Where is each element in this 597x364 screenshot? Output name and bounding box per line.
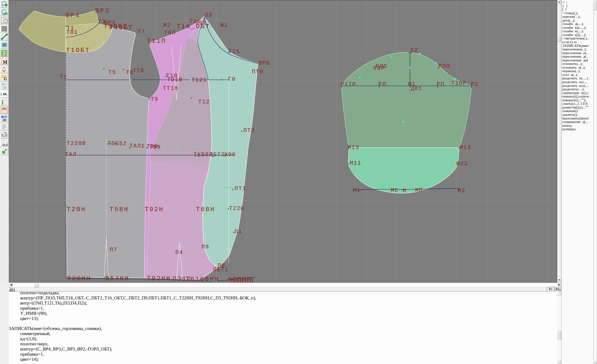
svg-text:33: 33 <box>205 12 212 18</box>
svg-text:Т20НН: Т20НН <box>67 275 91 282</box>
svg-text:Т121: Т121 <box>191 77 207 83</box>
svg-text:Т8Р: Т8Р <box>373 65 385 71</box>
svg-text:Т11П: Т11П <box>147 38 166 45</box>
svg-text:ТАЛ1: ТАЛ1 <box>129 143 145 149</box>
svg-text:Т1: Т1 <box>60 74 67 80</box>
svg-text:Р1ТР: Р1ТР <box>341 81 356 87</box>
svg-text:Т92Н: Т92Н <box>145 206 164 213</box>
svg-text:М: М <box>403 188 407 194</box>
svg-text:Т20Н: Т20Н <box>67 206 86 213</box>
svg-text:Т5ВН: Т5ВН <box>110 206 129 213</box>
svg-text:Т01: Т01 <box>66 29 78 35</box>
svg-text:Т6160НН: Т6160НН <box>186 276 220 283</box>
svg-text:ТТ8: ТТ8 <box>133 68 144 74</box>
svg-text:Т5Б52: Т5Б52 <box>108 141 127 147</box>
svg-text:ВР4: ВР4 <box>66 12 80 19</box>
svg-text:ПТ1: ПТ1 <box>235 185 246 192</box>
svg-text:i_66.: i_66. <box>1 92 8 96</box>
svg-text:М2: М2 <box>458 188 465 194</box>
svg-text:П7: П7 <box>110 247 117 253</box>
svg-text:ПБТ2: ПБТ2 <box>209 151 225 158</box>
svg-text:П4: П4 <box>175 249 183 256</box>
svg-text:Т92НН: Т92НН <box>147 275 171 282</box>
svg-text:ТТ10: ТТ10 <box>163 85 178 91</box>
svg-text:Т6П: Т6П <box>164 30 176 36</box>
svg-text:ПТ0: ПТ0 <box>252 69 264 75</box>
svg-text:Т15: Т15 <box>228 48 240 55</box>
svg-text:7 8: 7 8 <box>2 86 6 89</box>
svg-text:ТО10: ТО10 <box>167 77 183 83</box>
svg-text:Т220В: Т220В <box>67 140 86 147</box>
svg-text:М22: М22 <box>456 160 468 167</box>
svg-text:Т6ВН: Т6ВН <box>196 206 215 213</box>
svg-text:Ж2: Ж2 <box>164 22 171 28</box>
svg-text:ALG: ALG <box>2 143 8 146</box>
svg-text:РЛ: РЛ <box>378 81 386 87</box>
svg-text:Д01: Д01 <box>411 85 422 92</box>
svg-text:М13: М13 <box>348 144 359 151</box>
svg-text:Т1ОБТ: Т1ОБТ <box>66 47 90 54</box>
svg-text:Т16_ОБТ: Т16_ОБТ <box>177 23 210 30</box>
svg-text:ВР3: ВР3 <box>95 8 110 15</box>
svg-text:М14: М14 <box>460 144 471 151</box>
svg-text:Т4ОБТ: Т4ОБТ <box>109 24 134 31</box>
svg-text:О2: О2 <box>410 47 418 53</box>
svg-text:М1: М1 <box>353 187 361 193</box>
svg-text:Ж1: Ж1 <box>220 22 228 28</box>
svg-text:М11: М11 <box>350 160 361 166</box>
svg-text:M: M <box>3 60 7 65</box>
svg-text:МП: МП <box>415 187 423 193</box>
svg-text:РПО: РПО <box>439 63 450 69</box>
svg-text:Т22Н: Т22Н <box>229 205 244 212</box>
svg-text:П9: П9 <box>202 244 209 250</box>
svg-text:ТАЛ: ТАЛ <box>65 151 77 158</box>
svg-text:Т10Р: Т10Р <box>451 80 467 86</box>
svg-text:П1: П1 <box>235 229 242 235</box>
svg-text:Б54НН: Б54НН <box>105 275 130 282</box>
svg-text:W: W <box>2 69 6 73</box>
svg-text:ВПБ: ВПБ <box>259 60 270 66</box>
svg-text:Т12: Т12 <box>198 99 210 105</box>
svg-text:3D: 3D <box>3 118 7 122</box>
svg-text:G: G <box>4 77 7 81</box>
svg-text:РП: РП <box>437 81 445 87</box>
svg-text:Г0: Г0 <box>228 76 236 82</box>
svg-text:5 6: 5 6 <box>2 83 6 86</box>
svg-text:Т7: Т7 <box>138 29 145 35</box>
svg-text:Т5: Т5 <box>109 69 116 76</box>
svg-text:ПБТ1: ПБТ1 <box>213 267 228 273</box>
svg-text:ПТ2: ПТ2 <box>244 127 255 134</box>
svg-text:МС: МС <box>391 187 399 193</box>
svg-text:Т9: Т9 <box>151 96 158 103</box>
svg-text:Р2: Р2 <box>471 81 479 87</box>
svg-text:Ж00: Ж00 <box>224 151 236 158</box>
svg-text:Т99: Т99 <box>149 144 161 150</box>
svg-text:М0ВНН: М0ВНН <box>230 277 255 283</box>
